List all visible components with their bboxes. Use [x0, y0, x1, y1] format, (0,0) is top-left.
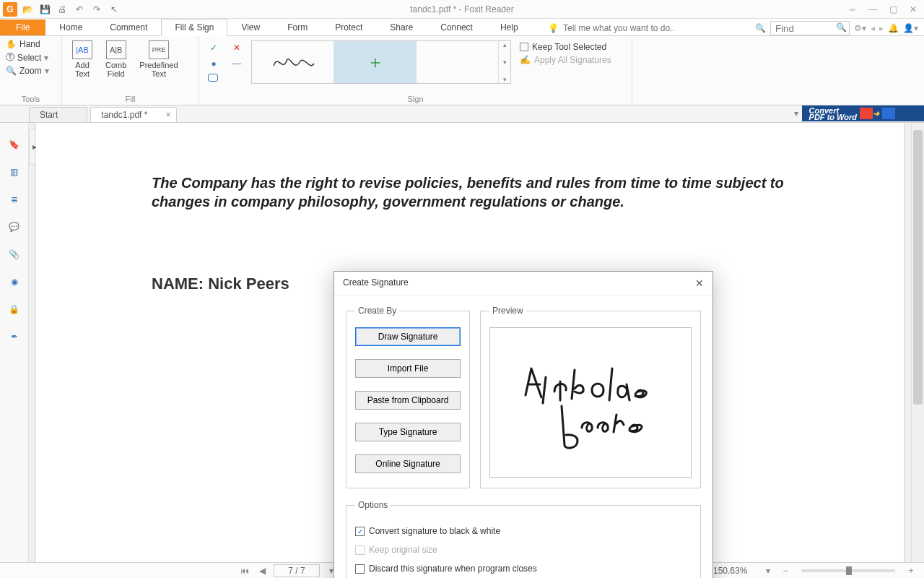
x-mark-icon[interactable]: ✕: [231, 42, 243, 53]
preview-fieldset: Preview: [480, 306, 701, 488]
zoom-dropdown-icon[interactable]: ▾: [762, 566, 774, 576]
apply-all-button[interactable]: ✍Apply All Signatures: [520, 55, 611, 65]
preview-legend: Preview: [489, 306, 526, 316]
signature-preview: [489, 327, 692, 478]
first-page-icon[interactable]: ⏮: [239, 566, 250, 576]
select-label: Select: [17, 53, 41, 63]
opt-convert-bw[interactable]: ✓ Convert signature to black & white: [355, 522, 692, 540]
predefined-text-button[interactable]: PRE Predefined Text: [135, 39, 182, 79]
add-text-label: Add Text: [75, 61, 90, 78]
print-icon[interactable]: 🖨: [55, 2, 69, 17]
tab-help[interactable]: Help: [487, 19, 532, 35]
tab-home[interactable]: Home: [45, 19, 96, 35]
checkmark-icon[interactable]: ✓: [208, 42, 219, 53]
signature-slot-1[interactable]: [252, 41, 334, 83]
select-icon: Ⓣ: [6, 51, 14, 64]
create-by-legend: Create By: [355, 306, 399, 316]
doctab-current-label: tandc1.pdf *: [101, 110, 147, 120]
page-indicator[interactable]: 7 / 7: [274, 564, 320, 577]
sign-group-label: Sign: [205, 93, 626, 103]
minimize-icon[interactable]: —: [866, 4, 879, 14]
tell-me-input[interactable]: [563, 23, 751, 33]
close-icon[interactable]: ✕: [907, 4, 920, 14]
hand-icon: ✋: [6, 39, 17, 49]
redo-icon[interactable]: ↷: [90, 2, 104, 17]
opt-discard[interactable]: Discard this signature when program clos…: [355, 559, 692, 578]
dialog-close-icon[interactable]: ✕: [695, 277, 704, 289]
zoom-icon: 🔍: [6, 66, 17, 76]
dot-icon[interactable]: ●: [208, 58, 219, 69]
signature-slot-3[interactable]: [417, 41, 499, 83]
maximize-icon[interactable]: ▢: [886, 4, 899, 14]
checkbox-icon: [355, 564, 365, 574]
zoom-slider-knob[interactable]: [846, 566, 852, 575]
add-text-button[interactable]: |AB Add Text: [68, 39, 97, 79]
options-legend: Options: [355, 500, 391, 510]
notification-icon[interactable]: 🔔: [888, 23, 899, 33]
hand-tool[interactable]: ✋Hand: [6, 39, 56, 49]
zoom-in-icon[interactable]: +: [905, 566, 917, 576]
open-icon[interactable]: 📂: [20, 2, 35, 17]
gallery-up-icon[interactable]: ▴: [499, 41, 510, 48]
zoom-tool[interactable]: 🔍Zoom▾: [6, 66, 56, 76]
user-icon[interactable]: 👤▾: [903, 23, 918, 33]
find-options-icon[interactable]: ⚙▾: [854, 23, 866, 33]
checkbox-checked-icon: ✓: [355, 527, 365, 536]
find-next-icon[interactable]: ▸: [879, 23, 884, 33]
signature-add-slot[interactable]: ＋: [334, 41, 417, 83]
signature-thumb-icon: [268, 48, 318, 77]
tab-protect[interactable]: Protect: [321, 19, 376, 35]
zoom-slider[interactable]: [801, 569, 895, 572]
hand-label: Hand: [19, 39, 40, 49]
paste-clipboard-button[interactable]: Paste from Clipboard: [355, 391, 461, 410]
tab-view[interactable]: View: [227, 19, 274, 35]
find-icon[interactable]: 🔍: [836, 22, 847, 33]
comb-field-button[interactable]: A|B Comb Field: [101, 39, 131, 79]
cursor-icon[interactable]: ↖: [107, 2, 121, 17]
convert-banner[interactable]: Convert PDF to Word ➜: [802, 105, 924, 121]
tab-connect[interactable]: Connect: [427, 19, 487, 35]
dialog-title: Create Signature: [343, 277, 409, 289]
tab-comment[interactable]: Comment: [96, 19, 161, 35]
tab-form[interactable]: Form: [274, 19, 321, 35]
doctab-start[interactable]: Start: [29, 107, 87, 122]
tab-share[interactable]: Share: [376, 19, 427, 35]
gallery-down-icon[interactable]: ▾: [499, 59, 510, 66]
signature-gallery: ＋ ▴ ▾ ▾: [251, 40, 511, 84]
tabs-dropdown-icon[interactable]: ▾: [794, 108, 798, 118]
ribbon-display-icon[interactable]: ▫▫: [846, 4, 859, 14]
select-tool[interactable]: ⓉSelect▾: [6, 51, 56, 64]
keep-tool-label: Keep Tool Selected: [532, 42, 606, 52]
prev-page-icon[interactable]: ◀: [256, 566, 268, 576]
comb-field-icon: A|B: [106, 40, 126, 59]
opt-keep-label: Keep original size: [369, 545, 437, 555]
options-fieldset: Options ✓ Convert signature to black & w…: [346, 500, 701, 578]
search-doc-icon[interactable]: 🔍: [755, 23, 766, 33]
doctab-close-icon[interactable]: ×: [165, 110, 170, 120]
create-signature-dialog: Create Signature ✕ Create By Draw Signat…: [334, 271, 713, 578]
zoom-level[interactable]: 150.63%: [713, 566, 757, 576]
find-prev-icon[interactable]: ◂: [871, 23, 875, 33]
zoom-out-icon[interactable]: −: [780, 566, 791, 576]
signature-preview-icon: [511, 348, 670, 457]
app-icon: G: [3, 2, 17, 17]
keep-tool-checkbox[interactable]: Keep Tool Selected: [520, 42, 611, 52]
import-file-button[interactable]: Import File: [355, 359, 461, 378]
undo-icon[interactable]: ↶: [72, 2, 87, 17]
tab-fill-sign[interactable]: Fill & Sign: [161, 19, 227, 36]
gallery-more-icon[interactable]: ▾: [499, 76, 510, 83]
doc-chip-icon: [882, 108, 895, 119]
online-signature-button[interactable]: Online Signature: [355, 454, 461, 473]
draw-signature-button[interactable]: Draw Signature: [355, 327, 461, 346]
zoom-label: Zoom: [19, 66, 42, 76]
predefined-text-label: Predefined Text: [139, 61, 178, 78]
file-tab[interactable]: File: [0, 20, 45, 35]
rect-icon[interactable]: [208, 74, 218, 82]
document-tabs: Start tandc1.pdf *× ▾ Convert PDF to Wor…: [0, 105, 924, 123]
apply-all-label: Apply All Signatures: [534, 55, 611, 65]
type-signature-button[interactable]: Type Signature: [355, 423, 461, 441]
doctab-current[interactable]: tandc1.pdf *×: [90, 107, 177, 122]
bulb-icon: 💡: [548, 23, 559, 33]
line-icon[interactable]: —: [231, 58, 243, 69]
save-icon[interactable]: 💾: [38, 2, 52, 17]
